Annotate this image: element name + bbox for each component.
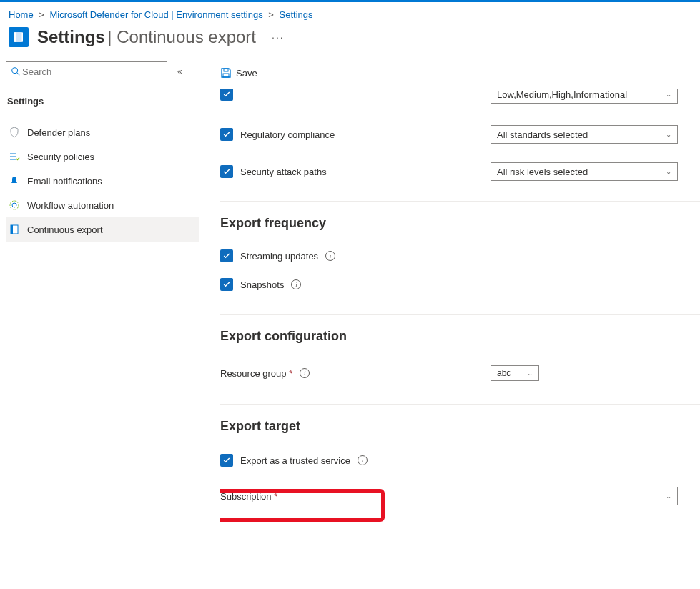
security-attack-paths-label: Security attack paths	[240, 167, 327, 177]
export-icon	[9, 224, 20, 235]
export-target-title: Export target	[220, 405, 700, 441]
sidebar-item-workflow-automation[interactable]: Workflow automation	[6, 193, 199, 217]
sidebar-item-label: Continuous export	[27, 224, 103, 235]
sidebar-item-label: Security policies	[27, 152, 94, 162]
save-button-label: Save	[236, 68, 257, 79]
chevron-down-icon: ⌄	[527, 370, 533, 376]
save-icon	[220, 67, 232, 79]
snapshots-label: Snapshots	[240, 279, 284, 290]
breadcrumb-settings[interactable]: Settings	[280, 9, 313, 20]
info-icon[interactable]: i	[358, 455, 368, 465]
svg-point-3	[12, 68, 18, 74]
bell-icon	[9, 175, 20, 187]
save-button[interactable]: Save	[220, 67, 257, 79]
search-input[interactable]	[6, 61, 167, 81]
sidebar-section-label: Settings	[6, 89, 199, 112]
security-attack-paths-checkbox[interactable]	[220, 165, 233, 178]
sidebar-item-security-policies[interactable]: Security policies	[6, 144, 199, 169]
settings-page-icon	[9, 27, 29, 47]
svg-point-9	[10, 201, 19, 209]
info-icon[interactable]: i	[291, 279, 301, 289]
dropdown-value: All standards selected	[497, 129, 588, 140]
chevron-down-icon: ⌄	[666, 169, 671, 174]
more-actions-button[interactable]: ···	[272, 31, 285, 43]
breadcrumb: Home > Microsoft Defender for Cloud | En…	[0, 2, 700, 24]
chevron-right-icon: >	[39, 9, 44, 20]
svg-rect-13	[223, 74, 229, 77]
regulatory-compliance-checkbox[interactable]	[220, 128, 233, 141]
severity-dropdown[interactable]: Low,Medium,High,Informational ⌄	[491, 89, 678, 104]
sidebar: « Settings Defender plans Security polic…	[0, 57, 199, 574]
sidebar-item-label: Workflow automation	[27, 200, 114, 211]
dropdown-value: abc	[497, 368, 511, 378]
trusted-service-label: Export as a trusted service	[240, 455, 350, 466]
checkbox[interactable]	[220, 89, 233, 101]
svg-line-4	[17, 73, 20, 76]
trusted-service-checkbox[interactable]	[220, 454, 233, 467]
info-icon[interactable]: i	[300, 368, 310, 378]
search-field[interactable]	[21, 66, 162, 78]
search-icon	[11, 66, 21, 76]
snapshots-checkbox[interactable]	[220, 278, 233, 291]
chevron-down-icon: ⌄	[666, 493, 671, 499]
sidebar-item-defender-plans[interactable]: Defender plans	[6, 120, 199, 144]
svg-rect-11	[11, 225, 13, 234]
sidebar-item-label: Defender plans	[27, 127, 90, 138]
standards-dropdown[interactable]: All standards selected ⌄	[491, 125, 678, 144]
shield-icon	[9, 127, 20, 138]
sidebar-item-continuous-export[interactable]: Continuous export	[6, 217, 199, 242]
sidebar-item-label: Email notifications	[27, 176, 102, 187]
svg-point-8	[12, 203, 16, 207]
dropdown-value: All risk levels selected	[497, 167, 588, 177]
toolbar: Save	[220, 57, 700, 89]
risk-levels-dropdown[interactable]: All risk levels selected ⌄	[491, 162, 678, 181]
chevron-down-icon: ⌄	[666, 91, 671, 97]
streaming-updates-checkbox[interactable]	[220, 249, 233, 262]
list-check-icon	[9, 151, 20, 162]
chevron-down-icon: ⌄	[666, 132, 671, 137]
collapse-sidebar-button[interactable]: «	[177, 66, 182, 76]
resource-group-label: Resource group *	[220, 368, 292, 379]
page-subtitle: | Continuous export	[107, 27, 256, 46]
regulatory-compliance-label: Regulatory compliance	[240, 129, 335, 140]
dropdown-value: Low,Medium,High,Informational	[497, 89, 627, 100]
sidebar-item-email-notifications[interactable]: Email notifications	[6, 169, 199, 193]
streaming-updates-label: Streaming updates	[240, 251, 318, 262]
export-frequency-title: Export frequency	[220, 202, 700, 238]
chevron-right-icon: >	[268, 9, 274, 20]
divider	[6, 117, 192, 117]
subscription-dropdown[interactable]: ⌄	[491, 487, 678, 505]
breadcrumb-defender[interactable]: Microsoft Defender for Cloud | Environme…	[50, 9, 263, 20]
gear-icon	[9, 199, 20, 211]
svg-rect-2	[14, 32, 16, 42]
page-header: Settings | Continuous export ···	[0, 24, 700, 57]
resource-group-dropdown[interactable]: abc ⌄	[491, 365, 539, 381]
breadcrumb-home[interactable]: Home	[9, 9, 34, 20]
export-configuration-title: Export configuration	[220, 315, 700, 351]
info-icon[interactable]: i	[325, 251, 335, 261]
main-content: x Low,Medium,High,Informational ⌄ Regula…	[220, 89, 700, 574]
page-title: Settings	[37, 27, 105, 46]
subscription-label: Subscription *	[220, 491, 277, 502]
